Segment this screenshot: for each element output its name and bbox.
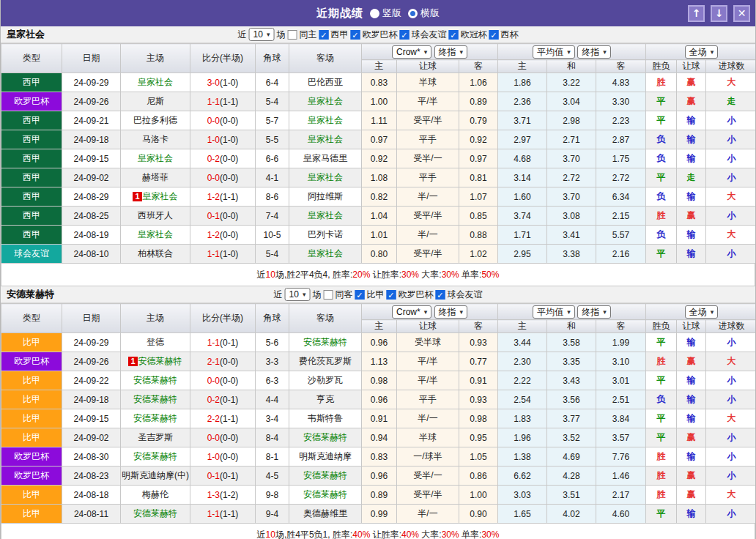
match-date: 24-08-19 [62,226,121,245]
result-handicap: 输 [677,371,706,390]
home-team-name: 安德莱赫特 [133,375,177,385]
same-venue-label: 同主 [299,29,316,41]
score-cell: 0-0(0-0) [190,111,256,130]
scope-select[interactable]: 全场▾ [685,305,719,319]
final-odds-select[interactable]: 终指▾ [434,45,468,59]
handicap-line: 受半/一 [397,149,459,168]
same-venue-checkbox[interactable] [287,30,297,40]
handicap-line: 受平/半 [397,245,459,264]
full-time-score: 1-1 [207,249,220,259]
away-team: 皇家社会 [289,130,362,149]
corner-count: 9-8 [256,486,289,505]
sub-column-header: 客 [459,320,498,333]
same-venue-checkbox[interactable] [323,290,333,300]
horizontal-layout-radio[interactable]: 横版 [408,7,440,20]
home-team-name: 马洛卡 [142,134,168,144]
home-odds: 1.11 [362,111,397,130]
summary-text: 10 [266,529,275,539]
half-time-score: (0-1) [220,338,238,348]
chevron-down-icon: ▾ [267,29,270,40]
half-time-score: (1-0) [220,78,238,88]
away-team-name: 沙勒罗瓦 [308,375,343,385]
result-goals: 小 [706,390,756,409]
result-goals: 小 [706,111,756,130]
rounds-select[interactable]: 10▾ [249,28,275,41]
home-odds: 0.82 [362,187,397,207]
result-handicap: 输 [677,447,706,466]
corner-count: 4-1 [256,168,289,187]
league-checkbox[interactable]: ✓ [319,30,328,40]
half-time-score: (0-0) [220,116,238,126]
home-team-name: 皇家社会 [138,77,173,87]
final-odds-select[interactable]: 终指▾ [577,45,611,59]
home-odds: 0.96 [362,390,397,409]
avg-away-odds: 2.51 [596,390,646,409]
home-odds: 0.83 [362,73,397,92]
avg-away-odds: 2.16 [596,245,646,264]
away-odds: 0.90 [459,505,498,524]
away-team-name: 韦斯特鲁 [308,413,343,423]
result-wdl: 平 [646,168,677,187]
half-time-score: (0-0) [220,357,238,367]
half-time-score: (1-2) [220,490,238,500]
sub-column-header: 主 [498,320,547,333]
summary-text: 大率: [419,529,442,539]
score-cell: 1-2(1-1) [190,187,256,207]
half-time-score: (0-1) [220,471,238,481]
avg-draw-odds: 3.41 [547,226,596,245]
league-checkbox[interactable]: ✓ [350,30,360,40]
score-cell: 0-1(0-1) [190,466,256,486]
average-select[interactable]: 平均值▾ [533,305,575,319]
rounds-select[interactable]: 10▾ [285,288,311,301]
avg-home-odds: 1.71 [498,226,547,245]
home-team-name: 安德莱赫特 [133,413,177,423]
final-odds-select[interactable]: 终指▾ [577,305,611,319]
avg-draw-odds: 3.56 [547,390,596,409]
league-checkbox[interactable]: ✓ [386,290,396,300]
league-checkbox[interactable]: ✓ [399,30,409,40]
half-time-score: (0-0) [220,452,238,462]
match-date: 24-09-02 [62,428,121,447]
half-time-score: (1-1) [220,192,238,202]
result-goals: 小 [706,505,756,524]
league-checkbox[interactable]: ✓ [435,290,445,300]
table-row: 西甲24-08-19皇家社会1-2(0-0)10-5巴列卡诺1.01半/一0.8… [1,226,756,245]
away-team: 巴列卡诺 [289,226,362,245]
column-header: 角球 [256,44,289,73]
match-date: 24-09-22 [62,371,121,390]
avg-away-odds: 1.75 [596,149,646,168]
bookmaker-select[interactable]: Crow*▾ [392,45,431,59]
handicap-line: 平手 [397,130,459,149]
column-header: 比分(半场) [190,304,256,333]
bookmaker-select[interactable]: Crow*▾ [392,305,431,319]
sub-column-header: 主 [362,320,397,333]
team-section: 皇家社会 近10▾场同主✓西甲✓欧罗巴杯✓球会友谊✓欧冠杯✓西杯 类型日期主场比… [1,26,755,286]
home-team-name: 明斯克迪纳摩(中) [122,470,189,480]
result-goals: 小 [706,466,756,486]
summary-text: 20% [352,270,370,280]
handicap-line: 平/半 [397,371,459,390]
corner-count: 6-3 [256,371,289,390]
result-wdl: 负 [646,149,677,168]
league-checkbox-label: 欧罗巴杯 [362,29,397,41]
league-checkbox[interactable]: ✓ [355,290,364,300]
live-marker: 1 [128,357,137,366]
league-checkbox[interactable]: ✓ [448,30,458,40]
vertical-layout-radio[interactable]: 竖版 [370,7,401,20]
scope-select[interactable]: 全场▾ [685,45,719,59]
average-select[interactable]: 平均值▾ [533,45,575,59]
move-down-button[interactable]: ↓ [711,5,727,22]
avg-draw-odds: 3.70 [547,149,596,168]
title-bar: 近期战绩 竖版 横版 ↑ ↓ ✕ [1,0,755,26]
away-odds: 1.05 [459,447,498,466]
move-up-button[interactable]: ↑ [688,5,705,22]
full-time-score: 1-2 [207,192,220,202]
league-checkbox[interactable]: ✓ [489,30,498,40]
column-header: 日期 [62,44,121,73]
column-header: 主场 [121,44,190,73]
final-odds-select[interactable]: 终指▾ [434,305,468,319]
close-button[interactable]: ✕ [733,5,750,22]
corner-count: 3-3 [256,352,289,371]
league-badge: 比甲 [1,486,62,505]
team-name: 皇家社会 [7,28,45,41]
